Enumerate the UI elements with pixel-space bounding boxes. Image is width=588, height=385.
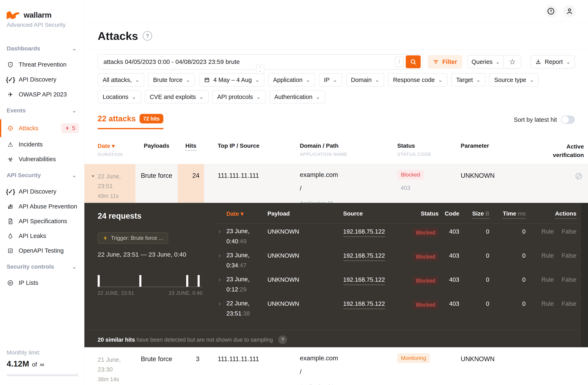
infinity-icon: ∞: [40, 361, 44, 368]
req-col-payload: Payload: [268, 210, 343, 219]
braces-check-icon: {✓}: [7, 188, 14, 195]
request-source[interactable]: 192.168.75.122: [343, 228, 385, 237]
slash-circle-icon[interactable]: ⊘: [574, 171, 583, 181]
req-col-time[interactable]: Time ms: [503, 210, 525, 219]
question-circle-icon: ?: [547, 7, 555, 15]
request-source[interactable]: 192.168.75.122: [343, 300, 385, 309]
filter-chip[interactable]: CVE and exploits ⌄: [145, 90, 208, 104]
sidebar-item-api-abuse-prevention[interactable]: API Abuse Prevention: [0, 199, 84, 214]
col-status-code: STATUS CODE: [397, 152, 456, 157]
req-col-date[interactable]: Date ▾: [216, 210, 268, 219]
attack-date-cell[interactable]: 21 June, 23:30 38m 14s: [84, 347, 135, 385]
sidebar-item-api-discovery[interactable]: {✓} API Discovery: [0, 72, 84, 87]
filter-chip[interactable]: Locations ⌄: [98, 90, 141, 104]
favorite-query-button[interactable]: ☆: [504, 55, 521, 68]
chevron-right-icon[interactable]: ›: [219, 276, 221, 282]
attack-date-cell[interactable]: ⌄ 22 June, 23:51 49m 11s: [84, 164, 135, 207]
chevron-right-icon[interactable]: ›: [219, 300, 221, 307]
filter-chip[interactable]: Authentication ⌄: [269, 90, 325, 104]
attack-top-ip[interactable]: 111.111.11.111: [204, 347, 295, 385]
sidebar-item-api-specifications[interactable]: API Specifications: [0, 214, 84, 229]
req-col-size[interactable]: Size B: [472, 210, 489, 219]
request-status-badge: Blocked: [413, 276, 439, 285]
panel-scrollbar[interactable]: [581, 203, 588, 347]
false-action[interactable]: False: [562, 228, 576, 235]
attack-app-name: Application 01: [300, 384, 393, 385]
sidebar-item-vulnerabilities[interactable]: ☣ Vulnerabilities: [0, 152, 84, 167]
attack-hits-cell[interactable]: 24: [178, 164, 204, 207]
search-input[interactable]: attacks 04/05/2023 0:00 - 04/08/2023 23:…: [98, 54, 423, 69]
sampling-help-icon[interactable]: ?: [278, 335, 287, 344]
attack-domain[interactable]: example.com: [300, 171, 393, 179]
wallarm-logo-icon: [7, 11, 20, 19]
rule-action[interactable]: Rule: [541, 276, 554, 283]
filter-chip[interactable]: Source type ⌄: [489, 73, 539, 86]
col-date[interactable]: Date ▾: [98, 143, 115, 149]
request-actions: RuleFalse: [525, 228, 576, 248]
brand-logo[interactable]: wallarm: [0, 0, 84, 20]
req-col-actions[interactable]: Actions: [555, 210, 576, 219]
search-button[interactable]: [406, 55, 421, 68]
date-range-chip[interactable]: 4 May – 4 Aug ⌄: [199, 73, 264, 86]
search-query[interactable]: attacks 04/05/2023 0:00 - 04/08/2023 23:…: [104, 58, 395, 65]
request-row[interactable]: › 22 June, 23:51:38 UNKNOWN 192.168.75.1…: [216, 296, 576, 320]
filter-button[interactable]: Filter: [428, 55, 462, 69]
user-menu-button[interactable]: [564, 5, 576, 17]
attack-status-cell: Blocked 403: [393, 164, 456, 207]
request-source[interactable]: 192.168.75.122: [343, 276, 385, 285]
request-row[interactable]: › 23 June, 0:40:49 UNKNOWN 192.168.75.12…: [216, 224, 576, 248]
filter-chip[interactable]: Application ⌄: [268, 73, 315, 86]
attack-top-ip[interactable]: 111.111.11.111: [204, 164, 295, 207]
col-hits[interactable]: Hits: [185, 143, 196, 151]
filter-chip[interactable]: IP ⌄: [319, 73, 342, 86]
filter-chip[interactable]: API protocols ⌄: [212, 90, 266, 104]
help-button[interactable]: ?: [545, 5, 557, 17]
sidebar-section-security-controls[interactable]: Security controls ⌄: [0, 258, 84, 276]
filter-chip[interactable]: Target ⌄: [451, 73, 485, 86]
chevron-down-icon: ⌄: [306, 79, 310, 81]
filter-chip[interactable]: Domain ⌄: [346, 73, 384, 86]
sidebar-section-events[interactable]: Events ⌄: [0, 102, 84, 119]
rule-action[interactable]: Rule: [541, 228, 554, 235]
trigger-chip[interactable]: Trigger: Brute force ...: [98, 232, 168, 244]
report-button[interactable]: Report ⌄: [531, 55, 575, 69]
attacks-count-badge: 5: [61, 123, 79, 133]
request-row[interactable]: › 23 June, 0:34:47 UNKNOWN 192.168.75.12…: [216, 248, 576, 272]
sidebar-item-openapi-testing[interactable]: OpenAPI Testing: [0, 243, 84, 258]
title-help-icon[interactable]: ?: [143, 31, 152, 41]
request-code: 403: [439, 228, 459, 248]
sidebar-item-incidents[interactable]: ⚠ Incidents: [0, 137, 84, 152]
timeline-plot: [98, 275, 203, 287]
request-size: 0: [459, 300, 489, 320]
false-action[interactable]: False: [562, 276, 576, 283]
chevron-right-icon[interactable]: ›: [219, 252, 221, 258]
request-row[interactable]: › 23 June, 0:12:29 UNKNOWN 192.168.75.12…: [216, 272, 576, 296]
filter-chip[interactable]: Response code ⌄: [388, 73, 447, 86]
sidebar-item-ip-lists[interactable]: IP IP Lists: [0, 276, 84, 290]
sidebar-item-threat-prevention[interactable]: Threat Prevention: [0, 57, 84, 72]
rule-action[interactable]: Rule: [541, 300, 554, 307]
queries-button[interactable]: Queries ⌄: [468, 55, 504, 68]
attack-row-expanded[interactable]: ⌄ 22 June, 23:51 49m 11s Brute force 24 …: [84, 164, 588, 203]
false-action[interactable]: False: [562, 252, 576, 259]
sidebar-item-owasp-api-2023[interactable]: ✈ OWASP API 2023: [0, 87, 84, 102]
filter-chip[interactable]: All attacks, ⌄: [98, 73, 144, 86]
chevron-down-icon[interactable]: ⌄: [91, 170, 95, 180]
sidebar-item-api-discovery-2[interactable]: {✓} API Discovery: [0, 184, 84, 199]
sidebar-section-api-security[interactable]: API Security ⌄: [0, 167, 84, 184]
chevron-right-icon[interactable]: ›: [219, 228, 221, 235]
attacks-count-tab[interactable]: 22 attacks 72 hits: [98, 114, 163, 129]
rule-action[interactable]: Rule: [541, 252, 554, 259]
false-action[interactable]: False: [562, 300, 576, 307]
attack-hits-cell[interactable]: 3: [178, 347, 204, 385]
sidebar-item-api-leaks[interactable]: API Leaks: [0, 229, 84, 243]
attack-domain[interactable]: example.com: [300, 355, 393, 362]
request-payload: UNKNOWN: [268, 300, 343, 320]
sidebar-section-dashboards[interactable]: Dashboards ⌄: [0, 40, 84, 57]
filter-chip[interactable]: Brute force ⌄: [148, 73, 195, 86]
attack-row-collapsed[interactable]: 21 June, 23:30 38m 14s Brute force 3 111…: [84, 347, 588, 385]
request-source[interactable]: 192.168.75.122: [343, 252, 385, 261]
collapse-stepper[interactable]: ⌃ ⌄: [256, 64, 264, 74]
sidebar-item-attacks[interactable]: Attacks 5: [0, 119, 84, 137]
sort-toggle[interactable]: [561, 116, 575, 124]
